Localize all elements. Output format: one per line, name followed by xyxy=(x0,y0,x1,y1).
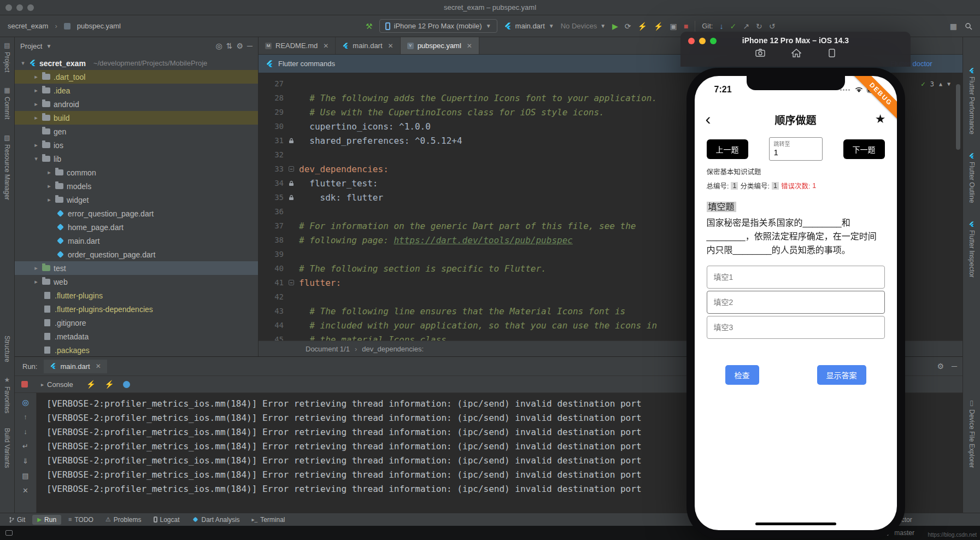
tree-item[interactable]: ▸android xyxy=(15,97,258,111)
tree-item[interactable]: .flutter-plugins xyxy=(15,289,258,302)
minimize-icon[interactable] xyxy=(699,38,706,44)
git-commit-icon[interactable]: ✓ xyxy=(730,22,736,30)
close-tab-icon[interactable]: ✕ xyxy=(96,362,101,370)
screenshot-icon[interactable] xyxy=(755,49,765,57)
sidebar-item-structure[interactable]: Structure xyxy=(3,336,11,362)
chevron-right-icon[interactable]: ▸ xyxy=(33,101,39,108)
simulator-title-bar[interactable]: iPhone 12 Pro Max – iOS 14.3 xyxy=(680,32,911,67)
gear-icon[interactable]: ⚙ xyxy=(937,362,944,370)
blank-input-3[interactable] xyxy=(707,316,885,339)
gear-icon[interactable]: ⚙ xyxy=(237,42,244,50)
tree-item[interactable]: ▾lib xyxy=(15,152,258,166)
hot-restart-icon[interactable]: ⚡ xyxy=(654,22,663,30)
tab-readme[interactable]: MREADME.md✕ xyxy=(259,37,336,54)
devices-dropdown[interactable]: No Devices ▼ xyxy=(561,22,606,30)
ios-simulator-window[interactable]: iPhone 12 Pro Max – iOS 14.3 7:21 DEBUG … xyxy=(680,32,911,538)
tree-item-selected[interactable]: ▸test xyxy=(15,261,258,275)
tree-item[interactable]: error_question_page.dart xyxy=(15,207,258,220)
tree-item[interactable]: ▸build xyxy=(15,111,258,125)
fold-icon[interactable]: − xyxy=(289,166,294,172)
hide-panel-icon[interactable]: ─ xyxy=(247,42,253,50)
blank-input-1[interactable] xyxy=(707,266,885,289)
pubspec-doc-link[interactable]: https://dart.dev/tools/pub/pubspec xyxy=(394,235,573,245)
maximize-icon[interactable] xyxy=(710,38,717,44)
scroll-to-end-icon[interactable]: ⇓ xyxy=(22,457,28,465)
statusbar-todo[interactable]: ≡TODO xyxy=(63,515,98,525)
git-push-icon[interactable]: ↗ xyxy=(743,22,749,30)
tree-item[interactable]: ▸web xyxy=(15,275,258,289)
tree-root[interactable]: ▾ secret_exam~/development/Projects/Mobi… xyxy=(15,56,258,70)
project-panel-title[interactable]: Project xyxy=(20,42,42,50)
sidebar-item-flutter-inspector[interactable]: Flutter Inspector xyxy=(968,221,976,278)
tree-item[interactable]: main.dart xyxy=(15,234,258,248)
close-tab-icon[interactable]: ✕ xyxy=(388,42,394,50)
run-tab-main-dart[interactable]: main.dart ✕ xyxy=(44,360,107,373)
undo-icon[interactable]: ↺ xyxy=(769,22,776,30)
tree-item[interactable]: .metadata xyxy=(15,330,258,343)
sidebar-item-resource-manager[interactable]: ▧Resource Manager xyxy=(3,134,11,200)
tree-item[interactable]: ▸.idea xyxy=(15,84,258,97)
close-tab-icon[interactable]: ✕ xyxy=(467,42,472,50)
pin-icon[interactable]: ◎ xyxy=(22,398,28,406)
statusbar-run[interactable]: ▶Run xyxy=(32,515,61,525)
simulator-window-controls[interactable] xyxy=(688,38,717,44)
chevron-right-icon[interactable]: ▸ xyxy=(33,87,39,94)
sidebar-item-build-variants[interactable]: Build Variants xyxy=(3,428,11,468)
tree-item[interactable]: order_question_page.dart xyxy=(15,248,258,261)
previous-question-button[interactable]: 上一题 xyxy=(707,139,748,159)
tree-item[interactable]: home_page.dart xyxy=(15,220,258,234)
chevron-down-icon[interactable]: ▾ xyxy=(33,155,39,162)
down-stack-icon[interactable]: ↓ xyxy=(24,427,27,436)
collapse-all-icon[interactable]: ⇅ xyxy=(226,42,233,50)
tab-console[interactable]: ▸Console xyxy=(37,379,78,390)
attach-debugger-icon[interactable]: ▣ xyxy=(670,22,677,30)
chevron-right-icon[interactable]: ▸ xyxy=(33,73,39,80)
tree-item[interactable]: .flutter-plugins-dependencies xyxy=(15,302,258,316)
git-update-icon[interactable]: ↓ xyxy=(719,22,723,30)
breadcrumb-project[interactable]: secret_exam xyxy=(8,22,48,30)
sidebar-item-device-file-explorer[interactable]: ▯Device File Explorer xyxy=(968,399,976,468)
blank-input-2[interactable] xyxy=(707,291,885,314)
jump-to-field[interactable]: 跳转至 xyxy=(769,137,823,161)
hide-panel-icon[interactable]: ─ xyxy=(952,362,957,370)
back-icon[interactable]: ‹ xyxy=(706,113,722,126)
home-icon[interactable] xyxy=(791,49,801,57)
breadcrumb-node[interactable]: dev_dependencies: xyxy=(362,345,424,353)
favorite-star-icon[interactable]: ★ xyxy=(870,112,886,126)
sidebar-item-flutter-outline[interactable]: Flutter Outline xyxy=(968,153,976,203)
inspections-widget[interactable]: ✓ 3 ▲ ▼ xyxy=(921,80,950,88)
tree-item[interactable]: .gitignore xyxy=(15,316,258,330)
device-selector[interactable]: iPhone 12 Pro Max (mobile) ▼ xyxy=(379,19,497,33)
chevron-down-icon[interactable]: ▼ xyxy=(46,43,51,49)
breadcrumb-file[interactable]: pubspec.yaml xyxy=(77,22,121,30)
tree-item[interactable]: gen xyxy=(15,125,258,138)
soft-wrap-icon[interactable]: ↵ xyxy=(22,442,28,450)
tree-item[interactable]: ▸ios xyxy=(15,138,258,152)
breadcrumb-document[interactable]: Document 1/1 xyxy=(306,345,350,353)
history-icon[interactable]: ↻ xyxy=(756,22,762,30)
statusbar-problems[interactable]: ⚠Problems xyxy=(101,515,146,525)
up-stack-icon[interactable]: ↑ xyxy=(24,413,27,421)
hot-restart-icon[interactable]: ⚡ xyxy=(86,380,96,388)
chevron-right-icon[interactable]: ▸ xyxy=(33,278,39,285)
tree-item[interactable]: .packages xyxy=(15,343,258,356)
editor-scrollbar[interactable] xyxy=(956,84,960,150)
tab-main-dart[interactable]: main.dart✕ xyxy=(336,37,400,54)
run-button[interactable]: ▶ xyxy=(612,22,618,30)
profiler-icon[interactable]: ⟳ xyxy=(625,22,631,30)
layout-windows-icon[interactable]: ▦ xyxy=(950,22,957,30)
chevron-up-icon[interactable]: ▲ xyxy=(939,81,942,87)
sidebar-item-flutter-performance[interactable]: Flutter Performance xyxy=(968,68,976,134)
home-indicator[interactable] xyxy=(755,523,836,525)
hot-reload-icon[interactable]: ⚡ xyxy=(638,22,647,30)
chevron-down-icon[interactable]: ▼ xyxy=(947,81,950,87)
close-tab-icon[interactable]: ✕ xyxy=(323,42,328,50)
tab-pubspec-yaml[interactable]: Ypubspec.yaml✕ xyxy=(401,37,479,54)
chevron-down-icon[interactable]: ▾ xyxy=(20,60,26,67)
clear-console-icon[interactable]: ✕ xyxy=(22,486,28,495)
check-button[interactable]: 检查 xyxy=(725,365,759,385)
chevron-right-icon[interactable]: ▸ xyxy=(33,142,39,149)
sidebar-item-project[interactable]: ▤Project xyxy=(3,42,11,72)
jump-to-input[interactable] xyxy=(774,148,818,157)
statusbar-git[interactable]: Git xyxy=(4,515,30,525)
